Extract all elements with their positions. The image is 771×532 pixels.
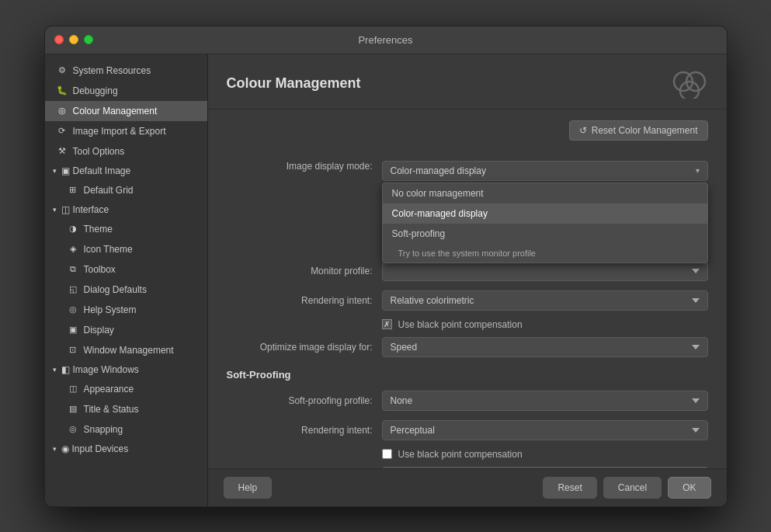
cancel-button[interactable]: Cancel (603, 477, 662, 499)
soft-proofing-black-point-label[interactable]: Use black point compensation (398, 449, 523, 460)
sidebar-item-interface[interactable]: ▾ ◫ Interface (45, 200, 207, 219)
rendering-intent-label: Rendering intent: (227, 295, 382, 306)
optimize-display-select[interactable]: Speed (382, 337, 708, 357)
sidebar-item-window-management[interactable]: ⊡ Window Management (45, 340, 207, 360)
appearance-icon: ◫ (67, 383, 79, 395)
ok-button[interactable]: OK (668, 477, 710, 499)
rendering-intent-control: Relative colorimetric (382, 290, 708, 311)
reset-icon: ↺ (579, 125, 587, 136)
dropdown-arrow-icon: ▾ (696, 166, 700, 175)
soft-proofing-profile-select[interactable]: None (382, 391, 708, 411)
image-import-icon: ⟳ (56, 125, 68, 137)
display-icon: ▣ (67, 324, 79, 336)
footer: Help Reset Cancel OK (208, 468, 727, 506)
dialog-defaults-icon: ◱ (67, 283, 79, 296)
sidebar-item-theme[interactable]: ◑ Theme (45, 219, 207, 239)
help-system-icon: ◎ (67, 304, 79, 316)
sidebar-item-help-system[interactable]: ◎ Help System (45, 300, 207, 320)
soft-proofing-rendering-select[interactable]: Perceptual (382, 420, 708, 440)
theme-icon: ◑ (67, 223, 79, 235)
sidebar-item-image-import-export[interactable]: ⟳ Image Import & Export (45, 121, 207, 141)
help-button[interactable]: Help (224, 477, 273, 499)
monitor-profile-control (382, 261, 708, 281)
reset-color-management-button[interactable]: ↺ Reset Color Management (569, 120, 708, 141)
toggle-arrow-interface: ▾ (53, 206, 57, 214)
soft-proofing-profile-row: Soft-proofing profile: None (227, 390, 708, 412)
image-display-mode-label: Image display mode: (227, 161, 382, 172)
image-display-mode-row: Image display mode: Color-managed displa… (227, 161, 708, 183)
default-grid-icon: ⊞ (67, 184, 79, 196)
sidebar-item-default-grid[interactable]: ⊞ Default Grid (45, 180, 207, 200)
soft-proofing-rendering-label: Rendering intent: (227, 425, 382, 436)
sidebar-item-debugging[interactable]: 🐛 Debugging (45, 81, 207, 101)
main-panel: Colour Management ↺ Reset Color Manageme… (208, 54, 727, 506)
circles-svg (672, 69, 707, 99)
rendering-intent-row: Rendering intent: Relative colorimetric (227, 290, 708, 311)
sidebar-item-title-status[interactable]: ▤ Title & Status (45, 399, 207, 419)
minimize-button[interactable] (69, 35, 78, 44)
soft-proofing-black-point-checkbox[interactable] (382, 449, 392, 459)
main-header: Colour Management (208, 54, 727, 110)
dropdown-item-system-monitor[interactable]: Try to use the system monitor profile (383, 244, 707, 263)
toggle-arrow-image-windows: ▾ (53, 366, 57, 374)
soft-proofing-rendering-row: Rendering intent: Perceptual (227, 419, 708, 441)
image-windows-icon: ◧ (61, 364, 70, 375)
content-area: ⚙ System Resources 🐛 Debugging ◎ Colour … (45, 54, 727, 506)
optimize-display-control: Speed (382, 337, 708, 357)
interface-icon: ◫ (61, 204, 70, 215)
footer-buttons: Reset Cancel OK (543, 477, 710, 499)
toggle-arrow-input-devices: ▾ (53, 445, 57, 453)
default-image-icon: ▣ (61, 165, 70, 176)
dropdown-item-soft-proofing[interactable]: Soft-proofing (383, 224, 707, 244)
sidebar-item-dialog-defaults[interactable]: ◱ Dialog Defaults (45, 280, 207, 300)
soft-proofing-rendering-control: Perceptual (382, 420, 708, 440)
image-display-mode-select[interactable]: Color-managed display ▾ (382, 161, 708, 181)
main-body: ↺ Reset Color Management Image display m… (208, 110, 727, 468)
dropdown-item-no-color[interactable]: No color management (383, 183, 707, 203)
icon-theme-icon: ◈ (67, 243, 79, 256)
sidebar-item-tool-options[interactable]: ⚒ Tool Options (45, 141, 207, 162)
sidebar-item-icon-theme[interactable]: ◈ Icon Theme (45, 239, 207, 259)
dropdown-item-color-managed[interactable]: Color-managed display (383, 203, 707, 224)
preferences-window: Preferences ⚙ System Resources 🐛 Debuggi… (44, 26, 728, 507)
sidebar-item-toolbox[interactable]: ⧉ Toolbox (45, 259, 207, 280)
black-point-row: ✗ Use black point compensation (227, 319, 708, 330)
toolbox-icon: ⧉ (67, 263, 79, 276)
toggle-arrow-default-image: ▾ (53, 167, 57, 175)
sidebar-item-colour-management[interactable]: ◎ Colour Management (45, 101, 207, 121)
footer-left: Help (224, 477, 544, 499)
input-devices-icon: ◉ (61, 443, 69, 454)
sidebar-item-default-image[interactable]: ▾ ▣ Default Image (45, 162, 207, 180)
snapping-icon: ◎ (67, 423, 79, 436)
monitor-profile-select[interactable] (382, 261, 708, 281)
window-title: Preferences (358, 34, 412, 46)
sidebar-item-image-windows[interactable]: ▾ ◧ Image Windows (45, 360, 207, 379)
sidebar: ⚙ System Resources 🐛 Debugging ◎ Colour … (45, 54, 208, 506)
soft-proofing-section-header: Soft-Proofing (227, 369, 708, 384)
black-point-checkbox[interactable]: ✗ (382, 319, 392, 329)
sidebar-item-snapping[interactable]: ◎ Snapping (45, 419, 207, 440)
debugging-icon: 🐛 (56, 85, 68, 97)
soft-proofing-profile-label: Soft-proofing profile: (227, 395, 382, 406)
monitor-profile-row: Monitor profile: (227, 260, 708, 282)
image-display-mode-dropdown: No color management Color-managed displa… (382, 183, 708, 263)
image-display-mode-control: Color-managed display ▾ No color managem… (382, 161, 708, 181)
optimize-display-row: Optimize image display for: Speed (227, 336, 708, 358)
optimize-display-label: Optimize image display for: (227, 342, 382, 353)
sidebar-item-system-resources[interactable]: ⚙ System Resources (45, 61, 207, 81)
tool-options-icon: ⚒ (56, 145, 68, 158)
soft-proofing-profile-control: None (382, 391, 708, 411)
titlebar: Preferences (45, 26, 727, 54)
close-button[interactable] (54, 35, 64, 44)
reset-button[interactable]: Reset (543, 477, 596, 499)
window-management-icon: ⊡ (67, 344, 79, 356)
sidebar-item-input-devices[interactable]: ▾ ◉ Input Devices (45, 440, 207, 458)
traffic-lights (54, 35, 93, 44)
monitor-profile-label: Monitor profile: (227, 266, 382, 276)
title-status-icon: ▤ (67, 403, 79, 416)
rendering-intent-select[interactable]: Relative colorimetric (382, 290, 708, 311)
maximize-button[interactable] (84, 35, 93, 44)
colour-management-header-icon (671, 68, 708, 99)
sidebar-item-display[interactable]: ▣ Display (45, 320, 207, 340)
sidebar-item-appearance[interactable]: ◫ Appearance (45, 379, 207, 399)
